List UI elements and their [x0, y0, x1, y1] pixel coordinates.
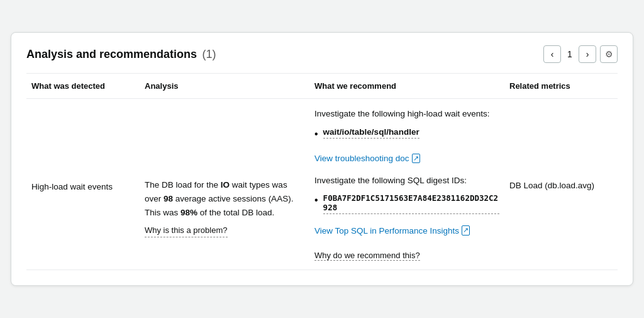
why-recommend-link[interactable]: Why do we recommend this?: [314, 251, 420, 261]
table-row: High-load wait events The DB load for th…: [26, 99, 618, 270]
card-header: Analysis and recommendations (1) ‹ 1 › ⚙: [26, 45, 618, 63]
analysis-text: The DB load for the IO wait types was ov…: [145, 109, 304, 219]
bullet-dot: •: [314, 127, 318, 141]
table-header: What was detected Analysis What we recom…: [26, 73, 618, 99]
metrics-cell: DB Load (db.load.avg): [504, 99, 618, 269]
wait-event-item: • wait/io/table/sql/handler: [314, 127, 499, 141]
sql-id-value: F0BA7F2DF1C5171563E7A84E2381162DD32C2928: [323, 193, 499, 214]
external-link-icon-2: ↗: [462, 225, 470, 235]
column-header-analysis: Analysis: [140, 79, 309, 93]
sql-intro: Investigate the following SQL digest IDs…: [314, 174, 499, 187]
external-link-icon: ↗: [412, 154, 420, 163]
analysis-card: Analysis and recommendations (1) ‹ 1 › ⚙…: [11, 32, 633, 285]
settings-button[interactable]: ⚙: [600, 45, 618, 63]
page-number: 1: [565, 49, 575, 59]
sql-id-item: • F0BA7F2DF1C5171563E7A84E2381162DD32C29…: [314, 193, 499, 214]
view-top-sql-button[interactable]: View Top SQL in Performance Insights ↗: [314, 225, 470, 235]
wait-event-value: wait/io/table/sql/handler: [323, 127, 419, 139]
recommend-cell: Investigate the following high-load wait…: [309, 99, 504, 269]
metric-value: DB Load (db.load.avg): [509, 181, 594, 190]
bullet-dot-2: •: [314, 193, 318, 207]
pagination-controls: ‹ 1 › ⚙: [543, 45, 618, 63]
detected-cell: High-load wait events: [26, 99, 140, 269]
why-problem-link[interactable]: Why is this a problem?: [145, 224, 228, 237]
prev-page-button[interactable]: ‹: [543, 45, 561, 63]
card-title: Analysis and recommendations (1): [26, 48, 216, 61]
column-header-metrics: Related metrics: [504, 79, 618, 93]
column-header-recommend: What we recommend: [309, 79, 504, 93]
detected-value: High-load wait events: [31, 182, 113, 191]
next-page-button[interactable]: ›: [579, 45, 596, 63]
column-header-detected: What was detected: [26, 79, 140, 93]
view-troubleshooting-doc-button[interactable]: View troubleshooting doc ↗: [314, 154, 420, 163]
analysis-cell: The DB load for the IO wait types was ov…: [140, 99, 309, 269]
recommend-intro: Investigate the following high-load wait…: [314, 108, 499, 120]
